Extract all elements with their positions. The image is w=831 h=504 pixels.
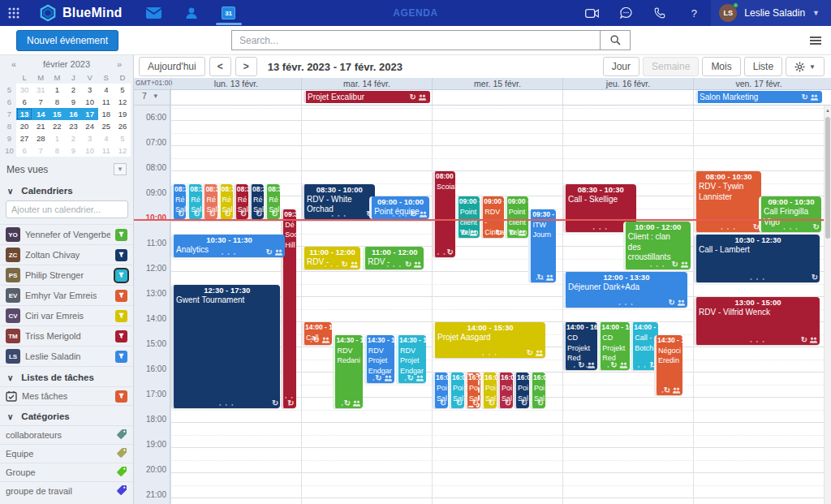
mini-calendar-day[interactable]: 18 [98,108,114,120]
day-column[interactable]: 08:3RéSal↻08:3RéSal↻08:3RéSal↻08:3RéSal↻… [170,106,301,504]
calendar-event[interactable]: 14:30 - 16:RDVProjetEndgar● ● ●↻ [364,335,394,383]
calendar-event[interactable]: 14:30 - 17:NégociEredin● ● ●↻ [654,335,682,396]
calendar-event[interactable]: 13:00 - 15:00RDV - Vilfrid Wenck● ● ●↻ [694,297,820,345]
mini-calendar-day[interactable]: 31 [32,84,49,96]
calendar-event[interactable]: 10:00 - 12:00Client : clandescroustillan… [623,222,691,269]
mini-calendar-day[interactable]: 25 [98,120,114,132]
calendar-visibility-badge[interactable] [115,229,127,241]
mini-calendar-day[interactable]: 7 [32,144,49,157]
task-visibility-badge[interactable] [115,390,127,403]
calendar-event[interactable]: 16:00PoiSal↻ [465,373,480,408]
allday-cell[interactable] [170,90,301,105]
category-item[interactable]: collaborateurs [0,425,133,444]
category-item[interactable]: groupe de travail [0,481,133,500]
my-views-dropdown[interactable]: ▼ [114,163,127,175]
calendar-event[interactable]: 12:00 - 13:30Déjeuner Dark+Ada● ● ●↻ [563,272,687,308]
allday-cell[interactable]: Salon Marketing↻ [693,90,824,105]
mini-calendar-day[interactable]: 10 [82,96,98,108]
allday-event[interactable]: Projet Excalibur↻ [304,91,430,103]
week-number[interactable]: 7 ▼ [134,90,170,105]
mini-calendar-day[interactable]: 12 [114,96,131,108]
calendar-list-item[interactable]: TMTriss Merigold [0,325,133,346]
day-header[interactable]: ven. 17 févr. [693,78,824,89]
calendar-list-item[interactable]: CVCiri var Emreis [0,305,133,325]
calendar-event[interactable]: 16:00PoiSal↻ [481,373,497,408]
mini-calendar-day[interactable]: 12 [114,144,131,157]
mini-calendar-day[interactable]: 3 [82,84,98,96]
calendar-visibility-badge[interactable] [115,310,127,322]
view-button-jour[interactable]: Jour [603,57,639,76]
video-call-icon[interactable] [575,0,609,26]
mini-calendar-day[interactable]: 28 [32,132,49,144]
mini-calendar-day[interactable]: 9 [65,96,81,108]
calendar-visibility-badge[interactable] [115,351,127,363]
mini-calendar-day[interactable]: 17 [82,108,98,120]
calendar-event[interactable]: 16:00PoiSal↻ [433,373,448,408]
calendar-event[interactable]: 08:3RéSal↻ [187,184,201,220]
mini-calendar-day[interactable]: 22 [49,120,65,132]
category-item[interactable]: Equipe [0,444,133,463]
user-menu[interactable]: LS Leslie Saladin ▼ [711,0,831,26]
calendar-visibility-badge[interactable] [115,330,127,342]
mini-calendar-day[interactable]: 6 [16,144,32,157]
allday-cell[interactable] [562,90,693,105]
day-column[interactable]: 08:00 - 10:30RDV - TywinLannister● ● ●↻0… [693,106,824,504]
mini-calendar-day[interactable]: 4 [98,84,114,96]
mini-calendar-day[interactable]: 1 [49,132,65,144]
mini-calendar-day[interactable]: 5 [114,84,131,96]
calendar-event[interactable]: 14:30 - 16:RDVProjetEndgar● ● ●↻ [396,335,426,383]
calendar-event[interactable]: 10:30 - 11:30Analytics● ● ●↻ [171,235,285,257]
mini-calendar-day[interactable]: 23 [65,120,81,132]
view-button-liste[interactable]: Liste [744,57,782,76]
calendar-event[interactable]: 10:30 - 12:30Call - Lambert● ● ●↻ [694,235,820,282]
mini-calendar-day[interactable]: 10 [82,144,98,157]
allday-event[interactable]: Salon Marketing↻ [695,91,822,103]
mini-calendar-day[interactable]: 8 [49,96,65,108]
calendar-event[interactable]: 14:00 - 16CDProjektRed● ● ●↻ [563,322,597,370]
mini-calendar-day[interactable]: 27 [16,132,32,144]
calendar-event[interactable]: 08:30 - 10:00RDV - WhiteOrchad● ● ●↻ [302,184,375,220]
new-event-button[interactable]: Nouvel événement [16,30,118,51]
categories-section-header[interactable]: ∨ Catégories [0,405,133,425]
calendar-visibility-badge[interactable] [115,290,127,302]
mini-calendar-day[interactable]: 8 [49,144,65,157]
calendar-event[interactable]: 08:3RéSal↻ [171,184,186,220]
calendar-list-item[interactable]: ZCZoltan Chivay [0,244,133,265]
calendar-event[interactable]: 08:3RéSal↻ [202,184,217,220]
search-button[interactable] [600,30,631,50]
mini-calendar-day[interactable]: 21 [32,120,49,132]
mini-calendar-day[interactable]: 5 [114,132,131,144]
mini-calendar-day[interactable]: 6 [16,96,32,108]
mini-calendar-day[interactable]: 11 [98,96,114,108]
mini-calendar-prev[interactable]: « [6,59,22,69]
chat-icon[interactable] [609,0,643,26]
calendar-event[interactable]: 08:3RéSal↻ [265,184,279,220]
vertical-scrollbar[interactable]: ▲ [824,106,831,504]
calendar-event[interactable]: 09:30 -ITWJourn● ● ●↻ [528,209,556,282]
calendar-event[interactable]: 16:00PoiSal↻ [449,373,464,408]
add-calendar-input[interactable] [6,200,128,218]
mini-calendar-day[interactable]: 9 [65,144,81,157]
calendar-event[interactable]: 14:00 - 16CDProjektRed● ● ●↻ [598,322,629,370]
calendar-event[interactable]: 16:00PoiSal↻ [530,373,545,408]
calendar-event[interactable]: 09:00 -RDV-Cintra● ● ●↻ [480,196,504,238]
scrollbar-thumb[interactable] [825,117,830,239]
day-header[interactable]: jeu. 16 févr. [562,78,693,89]
settings-dropdown-button[interactable]: ▼ [786,57,825,76]
mini-calendar-day[interactable]: 19 [114,108,131,120]
mini-calendar-day[interactable]: 20 [16,120,32,132]
calendar-event[interactable]: 09:00 - 10:30Call FringillaVigo● ● ●↻ [759,196,821,232]
day-header[interactable]: mer. 15 févr. [432,78,562,89]
day-header[interactable]: mar. 14 févr. [301,78,432,89]
calendar-event[interactable]: 16:00PoiSal↻ [497,373,513,408]
day-column[interactable]: 08:30 - 10:30Call - Skellige● ● ●↻10:00 … [562,106,693,504]
calendar-list-item[interactable]: PSPhilip Strenger [0,265,133,285]
calendar-event[interactable]: 16:00PoiSal↻ [514,373,529,408]
calendar-event[interactable]: 08:3RéSal↻ [234,184,248,220]
calendar-event[interactable]: 14:00 - 15:30Projet Aasgard● ● ●↻ [433,322,545,358]
help-icon[interactable]: ? [677,0,711,26]
day-column[interactable]: 08:00 -Scoia'● ● ●↻09:00 -PointclientVel… [432,106,562,504]
mini-calendar-day[interactable]: 3 [82,132,98,144]
search-input[interactable] [231,30,600,50]
contacts-icon[interactable] [173,0,210,26]
